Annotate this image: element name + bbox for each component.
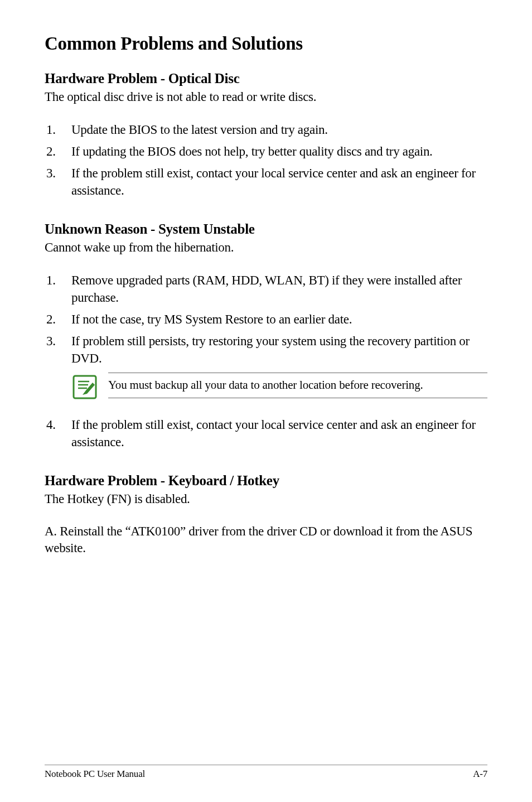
list-number: 1.	[46, 272, 56, 289]
footer-left: Notebook PC User Manual	[45, 769, 145, 780]
numbered-list: 4.If the problem still exist, contact yo…	[45, 416, 487, 451]
numbered-list: 1.Update the BIOS to the latest version …	[45, 121, 487, 199]
section-system-unstable: Unknown Reason - System Unstable Cannot …	[45, 221, 487, 451]
list-number: 2.	[46, 143, 56, 160]
intro-text: The optical disc drive is not able to re…	[45, 89, 487, 105]
note-icon	[71, 374, 98, 403]
page-title: Common Problems and Solutions	[45, 33, 487, 54]
list-item: 4.If the problem still exist, contact yo…	[45, 416, 487, 451]
note-content: You must backup all your data to another…	[108, 373, 487, 398]
list-text: Remove upgraded parts (RAM, HDD, WLAN, B…	[71, 273, 462, 305]
body-text: A. Reinstall the “ATK0100” driver from t…	[45, 523, 487, 557]
list-number: 1.	[46, 121, 56, 138]
footer-right: A-7	[473, 769, 487, 780]
list-text: If updating the BIOS does not help, try …	[71, 144, 433, 158]
list-number: 2.	[46, 311, 56, 328]
list-number: 3.	[46, 332, 56, 350]
intro-text: The Hotkey (FN) is disabled.	[45, 491, 487, 508]
list-item: 2.If not the case, try MS System Restore…	[45, 311, 487, 328]
note-text: You must backup all your data to another…	[108, 378, 487, 393]
list-item: 2.If updating the BIOS does not help, tr…	[45, 143, 487, 160]
list-number: 4.	[46, 416, 56, 433]
page-footer: Notebook PC User Manual A-7	[45, 765, 487, 780]
numbered-list: 1.Remove upgraded parts (RAM, HDD, WLAN,…	[45, 272, 487, 367]
list-item: 1.Remove upgraded parts (RAM, HDD, WLAN,…	[45, 272, 487, 306]
list-text: Update the BIOS to the latest version an…	[71, 123, 328, 137]
list-text: If not the case, try MS System Restore t…	[71, 312, 352, 326]
subsection-heading: Hardware Problem - Optical Disc	[45, 71, 487, 86]
list-text: If problem still persists, try restoring…	[71, 334, 470, 365]
list-item: 1.Update the BIOS to the latest version …	[45, 121, 487, 138]
section-optical-disc: Hardware Problem - Optical Disc The opti…	[45, 71, 487, 199]
list-item: 3.If problem still persists, try restori…	[45, 332, 487, 367]
subsection-heading: Hardware Problem - Keyboard / Hotkey	[45, 473, 487, 489]
section-keyboard-hotkey: Hardware Problem - Keyboard / Hotkey The…	[45, 473, 487, 557]
intro-text: Cannot wake up from the hibernation.	[45, 239, 487, 256]
list-text: If the problem still exist, contact your…	[71, 166, 476, 197]
page-content: Common Problems and Solutions Hardware P…	[45, 33, 487, 765]
list-item: 3.If the problem still exist, contact yo…	[45, 165, 487, 199]
list-text: If the problem still exist, contact your…	[71, 418, 476, 449]
note-block: You must backup all your data to another…	[71, 373, 487, 403]
list-number: 3.	[46, 165, 56, 182]
subsection-heading: Unknown Reason - System Unstable	[45, 221, 487, 237]
